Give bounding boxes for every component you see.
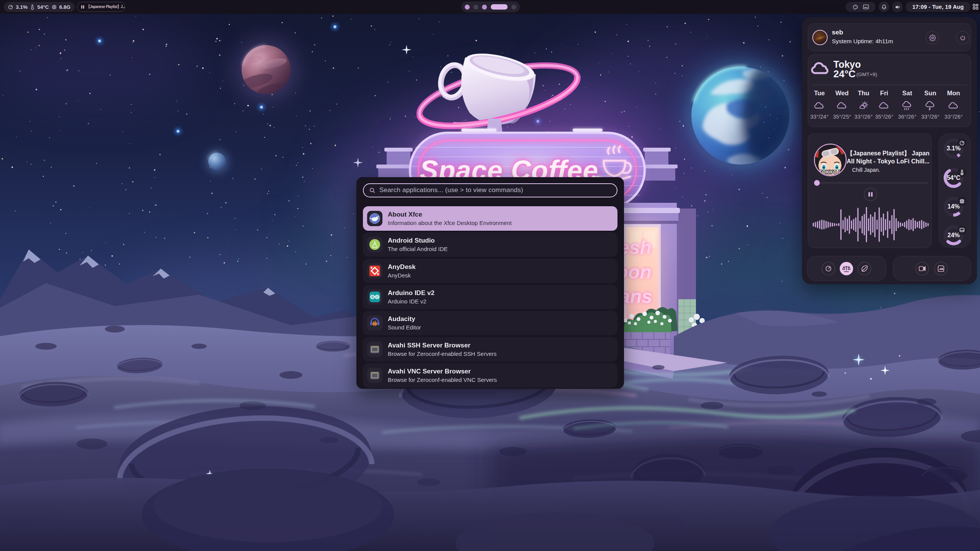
svg-text:35°/26°: 35°/26° [875,114,893,120]
svg-text:Wed: Wed [835,90,849,96]
svg-text:All Night - Tokyo LoFi Chill..: All Night - Tokyo LoFi Chill... [847,158,930,165]
svg-text:33°/26°: 33°/26° [921,114,939,120]
svg-text:33°/26°: 33°/26° [854,114,873,120]
svg-text:36°/26°: 36°/26° [898,114,916,120]
svg-text:24%: 24% [947,232,960,238]
svg-text:3.1%: 3.1% [947,145,960,152]
svg-text:Sun: Sun [924,90,936,96]
svg-text:【Japanese Playlist】 Japan: 【Japanese Playlist】 Japan [847,150,929,156]
svg-text:Tue: Tue [814,90,825,96]
svg-text:24°C: 24°C [833,68,856,80]
svg-text:33°/24°: 33°/24° [810,114,829,120]
svg-text:54°C: 54°C [947,174,960,181]
svg-text:(GMT+9): (GMT+9) [856,72,877,77]
svg-text:Sat: Sat [902,90,912,96]
svg-text:Thu: Thu [858,90,869,96]
svg-text:Chill Japan.: Chill Japan. [852,167,880,173]
svg-text:ans: ans [619,286,652,307]
svg-text:33°/26°: 33°/26° [944,114,963,120]
svg-text:Mon: Mon [947,90,960,96]
svg-text:35°/25°: 35°/25° [833,114,851,120]
svg-text:Fri: Fri [880,90,888,96]
svg-text:14%: 14% [947,203,960,210]
